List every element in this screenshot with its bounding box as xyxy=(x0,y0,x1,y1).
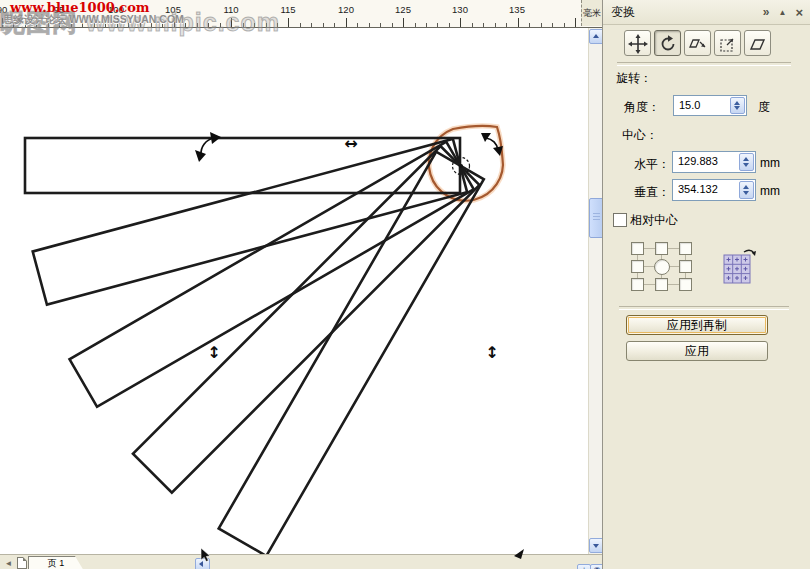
anchor-cell[interactable] xyxy=(655,242,668,255)
rotate-corner-handle-icon[interactable] xyxy=(513,548,527,562)
tool-scale-mirror-button[interactable] xyxy=(684,30,711,56)
skew-vertical-handle-left-icon[interactable]: ↕ xyxy=(207,343,220,362)
move-icon xyxy=(628,34,648,54)
ruler-number: 120 xyxy=(338,4,354,15)
tool-rotation-button[interactable] xyxy=(654,30,681,56)
divider xyxy=(617,62,791,66)
anchor-cell[interactable] xyxy=(679,242,692,255)
anchor-cell[interactable] xyxy=(631,278,644,291)
rotation-anchor-grid xyxy=(631,242,693,292)
horizontal-label: 水平： xyxy=(634,156,670,173)
page-tab[interactable]: 页 1 xyxy=(28,556,84,569)
transform-docker: 变换 » ▲ × xyxy=(602,0,810,569)
docker-rollup-icon[interactable]: ▲ xyxy=(778,8,786,17)
ruler-number: 130 xyxy=(452,4,468,15)
anchor-cell-center-selected[interactable] xyxy=(654,259,670,275)
page-icon xyxy=(17,557,27,569)
drawing-svg: ↔↕↕ xyxy=(0,28,588,554)
anchor-cell[interactable] xyxy=(679,260,692,273)
docker-title-bar: 变换 » ▲ × xyxy=(603,0,810,25)
docker-title: 变换 xyxy=(611,4,635,21)
anchor-cell[interactable] xyxy=(631,260,644,273)
missyuan-watermark: 思缘设计论坛 WWW.MISSYUAN.COM xyxy=(3,13,184,27)
rotation-section-label: 旋转： xyxy=(616,70,652,87)
first-page-button[interactable]: ◄ xyxy=(2,557,15,569)
drawing-canvas[interactable]: ↔↕↕ xyxy=(0,28,588,554)
coreldraw-window: 9095100105110115120125130135 毫米 xyxy=(0,0,810,569)
rotate-icon xyxy=(658,34,678,54)
vertical-unit-label: mm xyxy=(760,184,780,198)
ruler-number: 110 xyxy=(223,4,238,15)
angle-spin-buttons[interactable] xyxy=(730,97,745,114)
angle-unit-label: 度 xyxy=(758,99,770,116)
vertical-spinner[interactable]: 354.132 xyxy=(672,179,756,201)
apply-button[interactable]: 应用 xyxy=(626,341,768,361)
skew-vertical-handle-right-icon[interactable]: ↕ xyxy=(485,343,498,362)
tool-skew-button[interactable] xyxy=(744,30,771,56)
skew-horizontal-handle-icon[interactable]: ↔ xyxy=(344,134,357,153)
ruler-number: 135 xyxy=(509,4,525,15)
horizontal-value[interactable]: 129.883 xyxy=(673,152,738,172)
size-icon xyxy=(718,34,738,54)
ruler-unit-label: 毫米 xyxy=(581,0,602,26)
horizontal-spin-buttons[interactable] xyxy=(739,153,754,171)
mouse-cursor xyxy=(200,548,212,564)
angle-spinner[interactable]: 15.0 xyxy=(673,95,747,116)
scale-mirror-icon xyxy=(688,34,708,54)
fan-blade[interactable] xyxy=(33,139,467,305)
skew-icon xyxy=(748,34,768,54)
relative-center-label: 相对中心 xyxy=(630,212,678,229)
anchor-cell[interactable] xyxy=(679,278,692,291)
vertical-scrollbar[interactable] xyxy=(588,28,603,554)
divider xyxy=(619,306,789,310)
horizontal-unit-label: mm xyxy=(760,156,780,170)
ruler-number: 125 xyxy=(395,4,411,15)
tool-position-button[interactable] xyxy=(624,30,651,56)
horizontal-spinner[interactable]: 129.883 xyxy=(672,151,756,173)
anchor-cell[interactable] xyxy=(631,242,644,255)
duplicate-grid-icon xyxy=(722,246,756,286)
fan-blade[interactable] xyxy=(25,138,460,193)
angle-label: 角度： xyxy=(624,99,660,116)
pan-button[interactable]: + xyxy=(577,564,591,569)
vertical-value[interactable]: 354.132 xyxy=(673,180,738,200)
fan-blade[interactable] xyxy=(133,146,479,492)
vertical-label: 垂直： xyxy=(634,184,670,201)
anchor-cell[interactable] xyxy=(655,278,668,291)
apply-to-duplicate-button[interactable]: 应用到再制 xyxy=(626,315,768,335)
page-tab-bar: ◄ 页 1 + ◉ xyxy=(0,554,602,569)
vertical-spin-buttons[interactable] xyxy=(739,181,754,199)
fan-blade[interactable] xyxy=(70,142,474,407)
add-page-button[interactable] xyxy=(15,557,28,569)
relative-center-checkbox[interactable] xyxy=(613,213,627,227)
tool-size-button[interactable] xyxy=(714,30,741,56)
rotate-handle-icon[interactable] xyxy=(195,132,221,162)
center-section-label: 中心： xyxy=(622,127,658,144)
fan-blades[interactable] xyxy=(25,138,484,554)
docker-collapse-icon[interactable]: » xyxy=(763,5,770,19)
angle-value[interactable]: 15.0 xyxy=(674,96,729,115)
ruler-number: 115 xyxy=(280,4,295,15)
docker-close-icon[interactable]: × xyxy=(795,5,803,20)
fan-blade[interactable] xyxy=(219,152,484,554)
